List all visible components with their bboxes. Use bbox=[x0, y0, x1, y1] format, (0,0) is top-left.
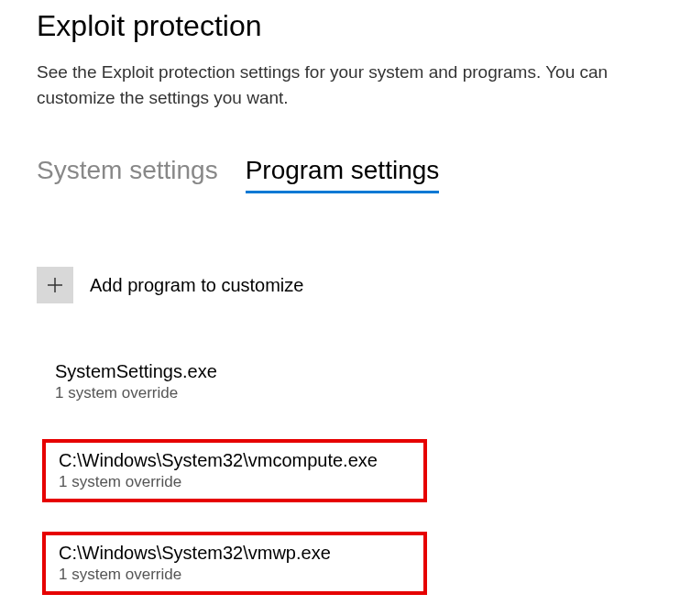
add-program-label: Add program to customize bbox=[90, 275, 303, 296]
program-item-vmcompute[interactable]: C:\Windows\System32\vmcompute.exe 1 syst… bbox=[42, 439, 427, 502]
program-item-systemsettings[interactable]: SystemSettings.exe 1 system override bbox=[42, 354, 427, 410]
program-name: C:\Windows\System32\vmcompute.exe bbox=[59, 450, 414, 471]
program-name: C:\Windows\System32\vmwp.exe bbox=[59, 543, 414, 564]
tab-program-settings[interactable]: Program settings bbox=[246, 156, 440, 193]
page-title: Exploit protection bbox=[37, 9, 691, 43]
program-list: SystemSettings.exe 1 system override C:\… bbox=[37, 354, 691, 595]
tabs: System settings Program settings bbox=[37, 156, 691, 193]
program-name: SystemSettings.exe bbox=[55, 361, 418, 382]
program-sub: 1 system override bbox=[59, 566, 414, 584]
add-program-row[interactable]: Add program to customize bbox=[37, 267, 691, 303]
program-item-vmwp[interactable]: C:\Windows\System32\vmwp.exe 1 system ov… bbox=[42, 532, 427, 595]
plus-icon[interactable] bbox=[37, 267, 73, 303]
tab-system-settings[interactable]: System settings bbox=[37, 156, 218, 193]
page-description: See the Exploit protection settings for … bbox=[37, 60, 660, 110]
program-sub: 1 system override bbox=[59, 473, 414, 491]
program-sub: 1 system override bbox=[55, 384, 418, 402]
